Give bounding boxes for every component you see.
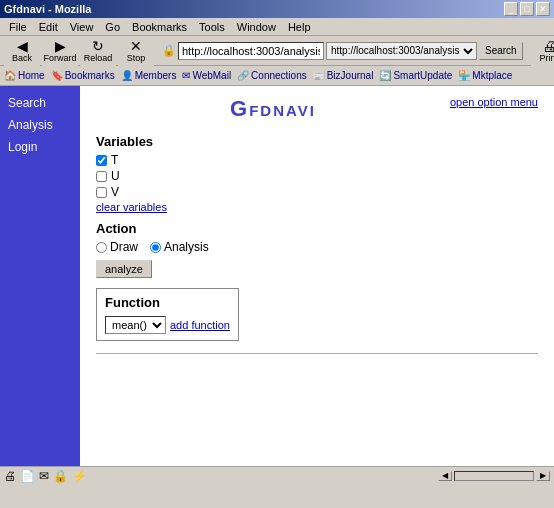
- connections-icon: 🔗: [237, 70, 249, 81]
- forward-button[interactable]: ▶ Forward: [42, 36, 78, 66]
- open-option-menu-link[interactable]: open option menu: [450, 96, 538, 108]
- scrollbar-area: ◀ ▶: [438, 471, 550, 481]
- stop-button[interactable]: ✕ Stop: [118, 36, 154, 66]
- toolbar: ◀ Back ▶ Forward ↻ Reload ✕ Stop 🔒 http:…: [0, 36, 554, 66]
- print-button[interactable]: 🖨 Print: [531, 36, 554, 66]
- function-row: mean() add function: [105, 316, 230, 334]
- action-draw-label: Draw: [110, 240, 138, 254]
- bookmark-webmail[interactable]: ✉WebMail: [182, 70, 231, 81]
- variable-v-item: V: [96, 185, 538, 199]
- function-title: Function: [105, 295, 230, 310]
- address-dropdown[interactable]: http://localhost:3003/analysis: [326, 42, 477, 60]
- bookmarks-icon: 🔖: [51, 70, 63, 81]
- menu-go[interactable]: Go: [100, 20, 125, 34]
- variable-v-label: V: [111, 185, 119, 199]
- menu-tools[interactable]: Tools: [194, 20, 230, 34]
- menu-bookmarks[interactable]: Bookmarks: [127, 20, 192, 34]
- status-lock-icon: 🔒: [53, 469, 68, 483]
- bookmarks-bar: 🏠Home 🔖Bookmarks 👤Members ✉WebMail 🔗Conn…: [0, 66, 554, 86]
- action-radio-group: Draw Analysis: [96, 240, 538, 254]
- scroll-left-button[interactable]: ◀: [438, 471, 452, 481]
- variable-t-item: T: [96, 153, 538, 167]
- status-doc-icon: 📄: [20, 469, 35, 483]
- menu-view[interactable]: View: [65, 20, 99, 34]
- webmail-icon: ✉: [182, 70, 190, 81]
- forward-icon: ▶: [55, 39, 66, 53]
- menu-help[interactable]: Help: [283, 20, 316, 34]
- statusbar: 🖨 📄 ✉ 🔒 ⚡ ◀ ▶: [0, 466, 554, 484]
- sidebar-link-analysis[interactable]: Analysis: [8, 118, 72, 132]
- variable-u-label: U: [111, 169, 120, 183]
- action-draw-radio[interactable]: [96, 242, 107, 253]
- status-left: 🖨 📄 ✉ 🔒 ⚡: [4, 469, 87, 483]
- status-print-icon: 🖨: [4, 469, 16, 483]
- status-bolt-icon: ⚡: [72, 469, 87, 483]
- bookmark-bookmarks[interactable]: 🔖Bookmarks: [51, 70, 115, 81]
- window-titlebar: Gfdnavi - Mozilla _ □ ✕: [0, 0, 554, 18]
- action-title: Action: [96, 221, 538, 236]
- status-mail-icon: ✉: [39, 469, 49, 483]
- main-content: open option menu Gfdnavi Variables T U V…: [80, 86, 554, 466]
- menu-edit[interactable]: Edit: [34, 20, 63, 34]
- function-select[interactable]: mean(): [105, 316, 166, 334]
- address-label: 🔒: [162, 44, 176, 57]
- menubar: File Edit View Go Bookmarks Tools Window…: [0, 18, 554, 36]
- scroll-track[interactable]: [454, 471, 534, 481]
- scroll-right-button[interactable]: ▶: [536, 471, 550, 481]
- sidebar-link-search[interactable]: Search: [8, 96, 72, 110]
- close-button[interactable]: ✕: [536, 2, 550, 16]
- back-button[interactable]: ◀ Back: [4, 36, 40, 66]
- variables-title: Variables: [96, 134, 538, 149]
- variable-t-checkbox[interactable]: [96, 155, 107, 166]
- clear-variables-link[interactable]: clear variables: [96, 201, 538, 213]
- maximize-button[interactable]: □: [520, 2, 534, 16]
- add-function-link[interactable]: add function: [170, 319, 230, 331]
- bookmark-members[interactable]: 👤Members: [121, 70, 177, 81]
- members-icon: 👤: [121, 70, 133, 81]
- variables-section: Variables T U V clear variables: [96, 134, 538, 213]
- bookmark-connections[interactable]: 🔗Connections: [237, 70, 307, 81]
- action-analysis-radio[interactable]: [150, 242, 161, 253]
- mktplace-icon: 🏪: [458, 70, 470, 81]
- bookmark-smartupdate[interactable]: 🔄SmartUpdate: [379, 70, 452, 81]
- bizjournal-icon: 📰: [313, 70, 325, 81]
- variable-t-label: T: [111, 153, 118, 167]
- reload-icon: ↻: [92, 39, 104, 53]
- action-section: Action Draw Analysis analyze: [96, 221, 538, 278]
- variable-v-checkbox[interactable]: [96, 187, 107, 198]
- action-analysis-label: Analysis: [164, 240, 209, 254]
- bookmark-mktplace[interactable]: 🏪Mktplace: [458, 70, 512, 81]
- action-draw-option[interactable]: Draw: [96, 240, 138, 254]
- bookmark-home[interactable]: 🏠Home: [4, 70, 45, 81]
- menu-window[interactable]: Window: [232, 20, 281, 34]
- home-icon: 🏠: [4, 70, 16, 81]
- minimize-button[interactable]: _: [504, 2, 518, 16]
- address-input[interactable]: [178, 42, 324, 60]
- sidebar: Search Analysis Login: [0, 86, 80, 466]
- function-section: Function mean() add function: [96, 288, 239, 341]
- content-divider: [96, 353, 538, 354]
- bookmark-bizjournal[interactable]: 📰BizJournal: [313, 70, 374, 81]
- reload-button[interactable]: ↻ Reload: [80, 36, 116, 66]
- smartupdate-icon: 🔄: [379, 70, 391, 81]
- print-icon: 🖨: [542, 39, 554, 53]
- content-area: Search Analysis Login open option menu G…: [0, 86, 554, 466]
- action-analysis-option[interactable]: Analysis: [150, 240, 209, 254]
- variable-u-item: U: [96, 169, 538, 183]
- variable-u-checkbox[interactable]: [96, 171, 107, 182]
- window-controls[interactable]: _ □ ✕: [504, 2, 550, 16]
- sidebar-link-login[interactable]: Login: [8, 140, 72, 154]
- search-button[interactable]: Search: [479, 42, 523, 60]
- stop-icon: ✕: [130, 39, 142, 53]
- window-title: Gfdnavi - Mozilla: [4, 3, 91, 15]
- back-icon: ◀: [17, 39, 28, 53]
- analyze-button[interactable]: analyze: [96, 260, 152, 278]
- menu-file[interactable]: File: [4, 20, 32, 34]
